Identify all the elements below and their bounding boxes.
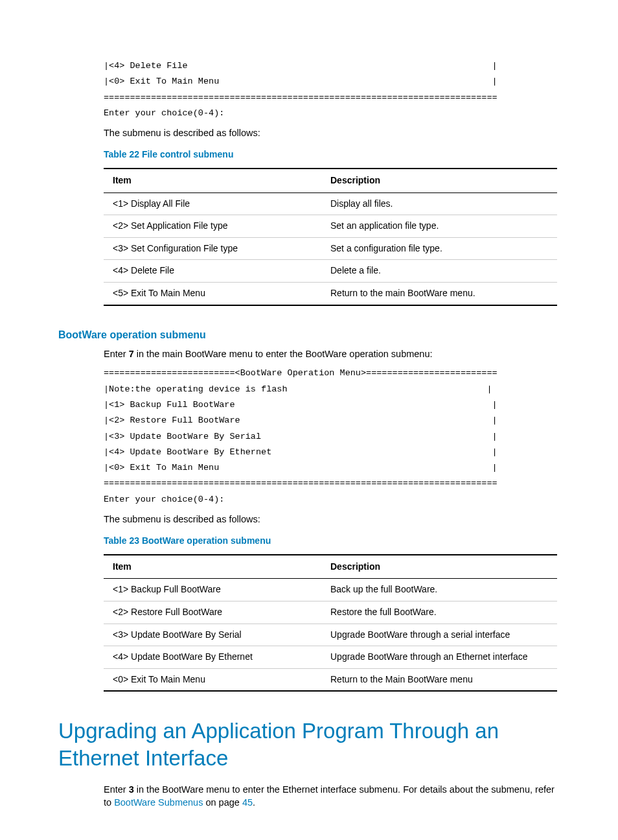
td-item: <1> Backup Full BootWare xyxy=(104,579,321,601)
code-line: |<2> Restore Full BootWare | xyxy=(104,415,498,425)
table-row: <1> Display All FileDisplay all files. xyxy=(104,192,557,215)
td-desc: Set an application file type. xyxy=(321,215,557,238)
td-desc: Back up the full BootWare. xyxy=(321,579,557,601)
td-item: <3> Update BootWare By Serial xyxy=(104,624,321,646)
code-line: Enter your choice(0-4): xyxy=(104,495,224,504)
td-desc: Restore the full BootWare. xyxy=(321,601,557,624)
td-desc: Delete a file. xyxy=(321,260,557,283)
td-desc: Upgrade BootWare through a serial interf… xyxy=(321,624,557,646)
table23-bootware-operation-submenu: Item Description <1> Backup Full BootWar… xyxy=(104,554,557,692)
td-item: <2> Set Application File type xyxy=(104,215,321,238)
th-desc: Description xyxy=(321,169,557,192)
paragraph-enter-7: Enter 7 in the main BootWare menu to ent… xyxy=(104,347,560,360)
table-row: <4> Delete FileDelete a file. xyxy=(104,260,557,283)
code-line: |<4> Delete File | xyxy=(104,61,498,71)
td-desc: Return to the Main BootWare menu xyxy=(321,668,557,691)
code-block-file-control-tail: |<4> Delete File | |<0> Exit To Main Men… xyxy=(104,58,560,121)
code-line: |<0> Exit To Main Menu | xyxy=(104,463,498,472)
table-row: <5> Exit To Main MenuReturn to the main … xyxy=(104,283,557,305)
table-row: <0> Exit To Main MenuReturn to the Main … xyxy=(104,668,557,691)
code-line: =========================<BootWare Opera… xyxy=(104,368,498,378)
td-desc: Upgrade BootWare through an Ethernet int… xyxy=(321,646,557,669)
td-desc: Display all files. xyxy=(321,192,557,215)
th-desc: Description xyxy=(321,555,557,579)
link-page-45[interactable]: 45 xyxy=(242,797,253,808)
table-row: <3> Set Configuration File typeSet a con… xyxy=(104,237,557,260)
code-line: |<0> Exit To Main Menu | xyxy=(104,76,498,86)
th-item: Item xyxy=(104,169,321,192)
heading-upgrading-application-program: Upgrading an Application Program Through… xyxy=(58,718,560,771)
table22-caption: Table 22 File control submenu xyxy=(104,148,560,161)
table-row: <3> Update BootWare By SerialUpgrade Boo… xyxy=(104,624,557,646)
table-row: <1> Backup Full BootWareBack up the full… xyxy=(104,579,557,601)
td-item: <4> Update BootWare By Ethernet xyxy=(104,646,321,669)
code-line: |<4> Update BootWare By Ethernet | xyxy=(104,447,498,457)
code-line: |<3> Update BootWare By Serial | xyxy=(104,432,498,441)
td-item: <5> Exit To Main Menu xyxy=(104,283,321,305)
td-item: <3> Set Configuration File type xyxy=(104,237,321,260)
td-item: <1> Display All File xyxy=(104,192,321,215)
link-bootware-submenus[interactable]: BootWare Submenus xyxy=(114,797,203,808)
code-block-bootware-operation: =========================<BootWare Opera… xyxy=(104,366,560,508)
td-item: <4> Delete File xyxy=(104,260,321,283)
code-line: ========================================… xyxy=(104,478,498,488)
th-item: Item xyxy=(104,555,321,579)
td-item: <2> Restore Full BootWare xyxy=(104,601,321,624)
code-line: Enter your choice(0-4): xyxy=(104,108,224,118)
section-heading-bootware-operation: BootWare operation submenu xyxy=(58,328,560,342)
td-desc: Return to the main BootWare menu. xyxy=(321,283,557,305)
table-row: <4> Update BootWare By EthernetUpgrade B… xyxy=(104,646,557,669)
paragraph-submenu-desc-1: The submenu is described as follows: xyxy=(104,126,560,139)
td-item: <0> Exit To Main Menu xyxy=(104,668,321,691)
table-row: <2> Restore Full BootWareRestore the ful… xyxy=(104,601,557,624)
paragraph-submenu-desc-2: The submenu is described as follows: xyxy=(104,513,560,526)
table23-caption: Table 23 BootWare operation submenu xyxy=(104,535,560,548)
code-line: |Note:the operating device is flash | xyxy=(104,384,492,394)
table-row: <2> Set Application File typeSet an appl… xyxy=(104,215,557,238)
paragraph-enter-3: Enter 3 in the BootWare menu to enter th… xyxy=(104,783,560,810)
code-line: |<1> Backup Full BootWare | xyxy=(104,400,498,410)
code-line: ========================================… xyxy=(104,93,498,102)
td-desc: Set a configuration file type. xyxy=(321,237,557,260)
table22-file-control-submenu: Item Description <1> Display All FileDis… xyxy=(104,168,557,306)
